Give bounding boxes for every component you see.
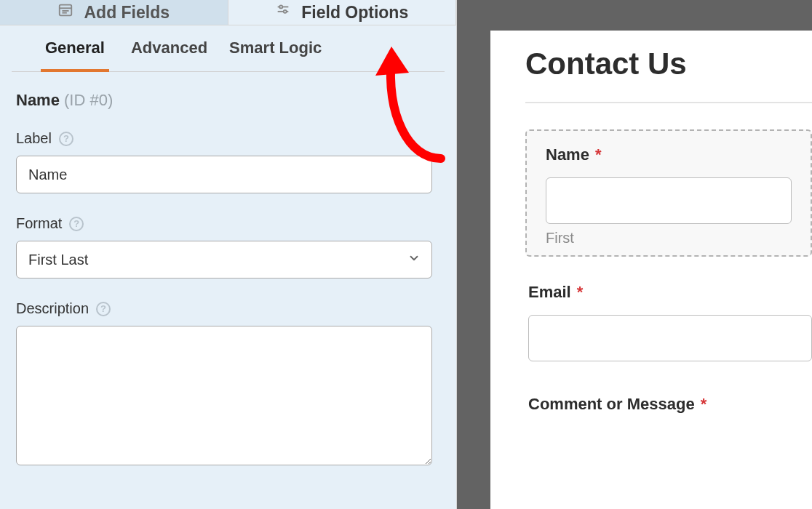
help-icon[interactable]: ? [69,217,84,231]
required-indicator: * [701,395,707,414]
svg-point-5 [279,5,282,8]
svg-point-7 [284,10,287,13]
tab-add-fields[interactable]: Add Fields [0,0,228,25]
form-icon [57,2,73,23]
group-label: Label ? [16,130,440,193]
sub-tabs: General Advanced Smart Logic [12,25,445,72]
preview-name-input[interactable] [546,177,792,224]
sliders-icon [275,2,291,23]
help-icon[interactable]: ? [96,302,111,316]
help-icon[interactable]: ? [59,132,73,146]
preview-name-sublabel: First [546,230,792,247]
field-header: Name (ID #0) [16,91,440,110]
sidebar-panel: Add Fields Field Options General Advance… [0,0,457,509]
field-id: (ID #0) [64,91,113,109]
required-indicator: * [595,145,602,164]
field-name: Name [16,91,60,109]
label-input[interactable] [16,156,432,193]
form-title: Contact Us [525,47,812,81]
format-label: Format [16,215,62,232]
description-label: Description [16,300,89,317]
preview-pane: Contact Us Name * First Email * Co [457,0,812,509]
preview-email-input[interactable] [528,315,812,361]
divider [525,102,812,103]
settings-panel: Name (ID #0) Label ? Format ? First Last [0,72,456,509]
group-description: Description ? [16,300,440,468]
preview-name-label: Name [546,145,589,164]
preview-field-comment[interactable]: Comment or Message * [525,395,812,414]
preview-comment-label: Comment or Message [528,395,695,414]
tab-field-options[interactable]: Field Options [228,0,457,25]
description-textarea[interactable] [16,326,432,465]
tab-field-options-label: Field Options [301,3,408,23]
subtab-advanced[interactable]: Advanced [131,39,207,71]
tab-add-fields-label: Add Fields [84,3,170,23]
form-card: Contact Us Name * First Email * Co [490,31,812,509]
subtab-general[interactable]: General [41,39,109,72]
preview-email-label: Email [528,283,571,302]
required-indicator: * [577,283,584,302]
preview-field-email[interactable]: Email * [525,283,812,361]
preview-field-name[interactable]: Name * First [525,129,812,257]
group-format: Format ? First Last [16,215,440,278]
main-tabs: Add Fields Field Options [0,0,456,25]
label-label: Label [16,130,52,147]
format-select[interactable]: First Last [16,241,432,278]
subtab-smart-logic[interactable]: Smart Logic [229,39,322,71]
